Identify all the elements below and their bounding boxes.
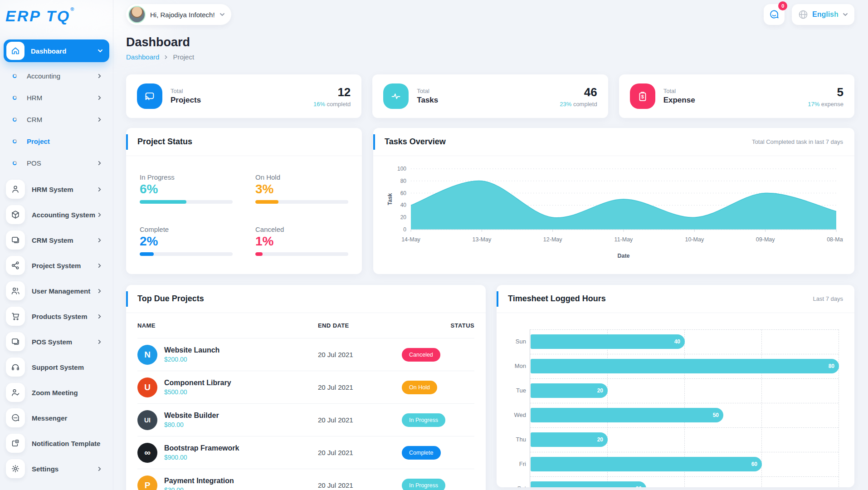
end-date: 20 Jul 2021 <box>318 449 402 456</box>
gridline <box>530 427 839 428</box>
table-body: N Website Launch $200.00 20 Jul 2021 Can… <box>137 338 474 490</box>
sidebar-item-hrm-system[interactable]: HRM System <box>0 176 113 202</box>
messages-button[interactable]: 0 <box>764 4 785 25</box>
bar-fri: 60 <box>531 457 762 471</box>
status-badge: In Progress <box>402 479 445 490</box>
project-avatar: N <box>137 345 157 365</box>
sidebar-subitem-hrm[interactable]: HRM <box>0 87 113 108</box>
end-date: 20 Jul 2021 <box>318 481 402 489</box>
status-badge: In Progress <box>402 413 445 427</box>
progress-fill <box>255 252 263 256</box>
stat-name: Tasks <box>417 96 560 105</box>
user-menu[interactable]: Hi, Rajodiya Infotech! <box>126 4 231 25</box>
app-logo[interactable]: ERP TQ® <box>0 0 113 29</box>
screen-icon <box>6 332 25 351</box>
chevron-right-icon <box>97 161 102 166</box>
sidebar-item-label: Dashboard <box>31 47 98 55</box>
svg-text:0: 0 <box>403 226 406 233</box>
language-selector[interactable]: English <box>792 4 854 25</box>
chevron-right-icon <box>97 314 102 319</box>
svg-text:60: 60 <box>400 190 407 196</box>
stat-card-projects: Total Projects 12 16% completd <box>126 74 361 118</box>
sidebar-item-settings[interactable]: Settings <box>0 456 113 481</box>
project-cell: UI Website Builder $80.00 <box>137 410 318 430</box>
sidebar-item-dashboard[interactable]: Dashboard <box>4 39 109 62</box>
chevron-right-icon <box>97 117 102 122</box>
status-item-canceled: Canceled 1% <box>255 225 348 256</box>
sidebar-item-accounting-system[interactable]: Accounting System <box>0 202 113 227</box>
table-row[interactable]: UI Website Builder $80.00 20 Jul 2021 In… <box>137 404 474 436</box>
end-date: 20 Jul 2021 <box>318 416 402 424</box>
table-row[interactable]: P Payment Integration $30.00 20 Jul 2021… <box>137 469 474 490</box>
sidebar-item-project-system[interactable]: Project System <box>0 253 113 278</box>
chevron-right-icon <box>97 339 102 344</box>
bar-category-label: Sun <box>510 338 526 345</box>
svg-text:Date: Date <box>617 253 629 259</box>
share-icon <box>6 256 25 275</box>
chevron-right-icon <box>97 212 102 217</box>
sidebar-subitem-accounting[interactable]: Accounting <box>0 65 113 87</box>
end-date: 20 Jul 2021 <box>318 351 402 358</box>
user-icon <box>6 180 25 199</box>
breadcrumb-dashboard-link[interactable]: Dashboard <box>126 53 159 61</box>
gridline <box>530 452 839 452</box>
language-label: English <box>812 10 839 19</box>
stat-total-label: Total <box>663 88 808 94</box>
project-name: Bootstrap Framework <box>164 444 239 452</box>
timesheet-body: Sun 40Mon 80Tue 20Wed 50Thu 20Fri 60Sat … <box>497 313 854 487</box>
status-value: 3% <box>255 182 348 196</box>
sidebar-subitem-pos[interactable]: POS <box>0 152 113 174</box>
project-cell: N Website Launch $200.00 <box>137 345 318 365</box>
project-info: Website Launch $200.00 <box>164 346 219 363</box>
clipboard-icon: $ <box>630 83 655 109</box>
stat-subtext: 17% expense <box>808 101 844 108</box>
status-label: On Hold <box>255 173 348 181</box>
bullet-icon <box>13 161 17 165</box>
chevron-right-icon <box>97 238 102 243</box>
sidebar-item-label: Accounting System <box>32 211 97 219</box>
status-cell: Complete <box>402 446 474 460</box>
headphones-icon <box>6 358 25 377</box>
sidebar-item-support-system[interactable]: Support System <box>0 354 113 380</box>
table-row[interactable]: ∞ Bootstrap Framework $900.00 20 Jul 202… <box>137 436 474 469</box>
project-avatar: UI <box>137 410 157 430</box>
svg-text:20: 20 <box>400 214 407 220</box>
card-title: Top Due Projects <box>137 294 204 304</box>
sidebar-item-notification-template[interactable]: Notification Template <box>0 431 113 456</box>
progress-track <box>140 200 233 204</box>
sidebar-item-crm-system[interactable]: CRM System <box>0 227 113 253</box>
sidebar-item-messenger[interactable]: Messenger <box>0 405 113 431</box>
progress-fill <box>140 252 154 256</box>
sidebar-item-user-management[interactable]: User Management <box>0 278 113 304</box>
stats-row: Total Projects 12 16% completd Total Tas… <box>126 74 854 118</box>
sidebar-item-zoom-meeting[interactable]: Zoom Meeting <box>0 380 113 405</box>
stat-labels: Total Expense <box>663 88 808 105</box>
sidebar-item-products-system[interactable]: Products System <box>0 304 113 329</box>
svg-text:40: 40 <box>400 202 407 208</box>
table-row[interactable]: N Website Launch $200.00 20 Jul 2021 Can… <box>137 338 474 371</box>
project-name: Component Library <box>164 379 231 387</box>
project-info: Payment Integration $30.00 <box>164 477 234 490</box>
stat-value: 12 <box>313 85 351 99</box>
bar-thu: 20 <box>531 432 608 447</box>
table-row[interactable]: U Component Library $500.00 20 Jul 2021 … <box>137 371 474 404</box>
sidebar-subitem-crm[interactable]: CRM <box>0 108 113 130</box>
page-head: Dashboard Dashboard Project <box>126 35 854 61</box>
breadcrumb: Dashboard Project <box>126 53 854 61</box>
stat-values: 46 23% completd <box>560 85 597 108</box>
sidebar-item-pos-system[interactable]: POS System <box>0 329 113 354</box>
breadcrumb-current: Project <box>173 53 194 61</box>
projects-table: NAME END DATE STATUS N Website Launch $2… <box>126 313 486 490</box>
sidebar-subitem-project[interactable]: Project <box>0 130 113 152</box>
status-cell: In Progress <box>402 479 474 490</box>
users-icon <box>6 281 25 300</box>
stat-labels: Total Tasks <box>417 88 560 105</box>
project-price: $200.00 <box>164 356 219 363</box>
bar-category-label: Sat <box>510 485 526 487</box>
sidebar-item-label: Products System <box>32 313 97 320</box>
bar-category-label: Mon <box>510 363 526 369</box>
project-avatar: P <box>137 475 157 490</box>
sidebar: ERP TQ® Dashboard Accounting HRM CRM Pro… <box>0 0 113 490</box>
status-badge: Canceled <box>402 348 440 362</box>
status-item-complete: Complete 2% <box>140 225 233 256</box>
